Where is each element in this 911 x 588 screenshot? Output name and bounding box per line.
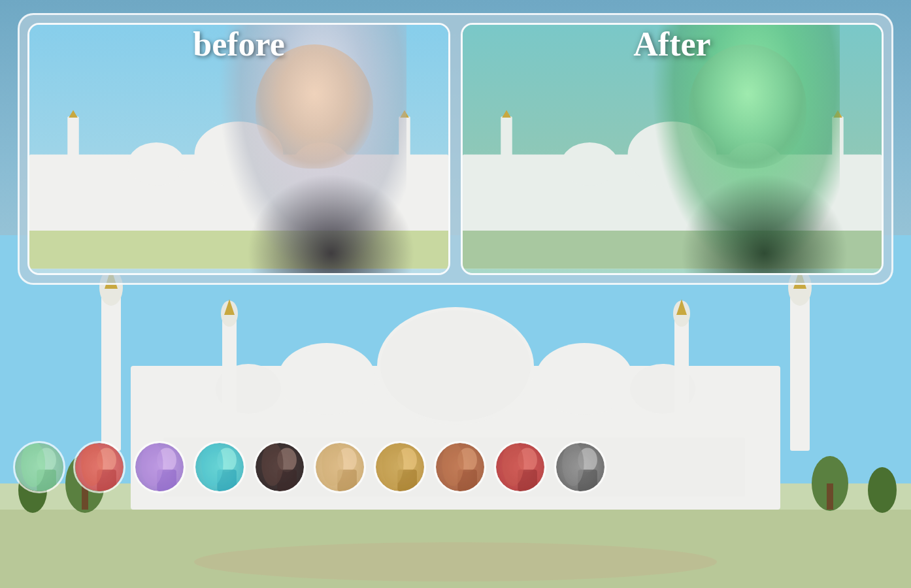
after-image [463, 25, 882, 273]
svg-rect-34 [67, 116, 78, 199]
svg-point-50 [21, 443, 45, 487]
filter-0-person [15, 443, 63, 491]
filter-6-person [376, 443, 424, 491]
filter-1-inner [75, 443, 124, 491]
comparison-container: before [18, 13, 893, 285]
svg-point-65 [322, 443, 343, 486]
filter-thumb-3[interactable] [193, 441, 246, 493]
filter-6-inner [376, 443, 424, 491]
filter-thumb-7[interactable] [434, 441, 486, 493]
filter-5-inner [316, 443, 364, 491]
svg-point-59 [201, 443, 223, 486]
filter-thumb-6[interactable] [374, 441, 426, 493]
before-body [247, 174, 414, 273]
svg-point-77 [562, 443, 584, 486]
svg-point-56 [141, 443, 163, 486]
svg-point-32 [128, 142, 185, 186]
filter-4-inner [256, 443, 304, 491]
svg-point-68 [382, 443, 403, 486]
after-panel: After [461, 23, 884, 275]
before-image [29, 25, 448, 273]
filter-2-person [135, 443, 184, 491]
filter-thumb-5[interactable] [314, 441, 366, 493]
after-face [689, 44, 806, 169]
filter-thumb-1[interactable] [73, 441, 125, 493]
filter-4-person [256, 443, 304, 491]
svg-point-71 [442, 443, 463, 486]
filter-2-inner [135, 443, 184, 491]
filter-3-inner [195, 443, 244, 491]
filter-9-person [556, 443, 605, 491]
filter-1-person [75, 443, 124, 491]
svg-marker-44 [502, 110, 511, 118]
svg-point-74 [502, 443, 523, 486]
filter-9-inner [556, 443, 605, 491]
svg-rect-26 [827, 483, 833, 510]
filter-8-person [496, 443, 544, 491]
filter-thumb-9[interactable] [554, 441, 606, 493]
svg-point-29 [194, 542, 717, 581]
before-panel: before [27, 23, 450, 275]
filter-thumb-0[interactable] [13, 441, 65, 493]
before-face [256, 44, 373, 169]
filter-thumb-2[interactable] [133, 441, 186, 493]
preview-area: before [0, 0, 911, 431]
svg-point-28 [868, 467, 897, 513]
filter-7-inner [436, 443, 484, 491]
after-body [680, 174, 848, 273]
filter-0-inner [15, 443, 63, 491]
filter-thumb-4[interactable] [254, 441, 306, 493]
svg-marker-35 [69, 110, 78, 118]
filter-7-person [436, 443, 484, 491]
svg-rect-43 [501, 116, 512, 199]
app-container: before [0, 0, 911, 588]
filter-5-person [316, 443, 364, 491]
filter-8-inner [496, 443, 544, 491]
filter-3-person [195, 443, 244, 491]
svg-point-53 [81, 443, 103, 486]
filter-thumb-8[interactable] [494, 441, 546, 493]
svg-point-62 [261, 443, 283, 486]
svg-point-41 [561, 142, 618, 186]
